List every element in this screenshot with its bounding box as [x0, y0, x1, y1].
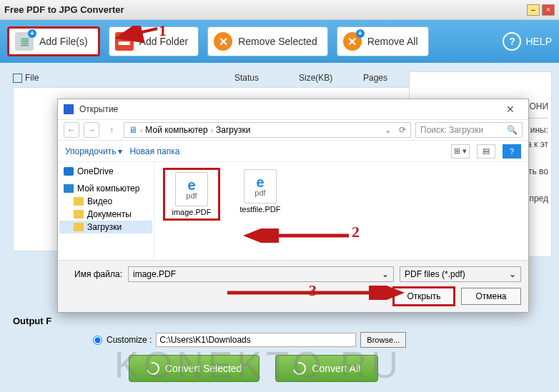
dialog-help-button[interactable]: ? — [503, 144, 521, 159]
search-input[interactable]: Поиск: Загрузки 🔍 — [415, 122, 523, 138]
dialog-footer: Имя файла: image.PDF⌄ PDF files (*.pdf)⌄… — [58, 260, 528, 312]
file-tile[interactable]: epdf testfile.PDF — [233, 169, 287, 213]
plus-badge-icon: + — [28, 29, 36, 38]
dialog-title: Открытие — [79, 104, 118, 114]
cancel-button[interactable]: Отмена — [461, 288, 521, 305]
view-details-button[interactable]: ▤ — [477, 144, 495, 159]
file-name: image.PDF — [166, 208, 217, 216]
close-button[interactable]: × — [542, 4, 555, 16]
file-icon: ≣+ — [15, 32, 34, 51]
dialog-close-button[interactable]: ✕ — [498, 102, 523, 116]
add-files-button[interactable]: ≣+ Add File(s) — [7, 26, 100, 56]
chevron-down-icon[interactable]: ⌄ — [385, 125, 392, 135]
chevron-down-icon[interactable]: ⌄ — [509, 269, 516, 279]
remove-selected-button[interactable]: ✕ Remove Selected — [207, 26, 328, 56]
select-all-checkbox[interactable] — [13, 74, 22, 83]
remove-all-button[interactable]: ✕+ Remove All — [337, 26, 429, 56]
pc-icon — [64, 184, 74, 193]
file-grid: epdf image.PDF epdf testfile.PDF — [154, 162, 528, 260]
organize-button[interactable]: Упорядочить ▾ — [65, 146, 122, 156]
folder-icon — [74, 197, 84, 206]
folder-icon — [74, 210, 84, 218]
help-button[interactable]: ? HELP — [503, 32, 552, 51]
breadcrumb-item[interactable]: Загрузки — [216, 125, 250, 135]
add-folder-label: Add Folder — [139, 36, 188, 47]
view-icons-button[interactable]: ⊞ ▾ — [451, 144, 470, 159]
watermark: KONEKTO.RU — [114, 343, 402, 386]
open-button[interactable]: Открыть — [394, 288, 454, 305]
search-icon: 🔍 — [507, 125, 518, 135]
dialog-toolbar: Упорядочить ▾ Новая папка ⊞ ▾ ▤ ? — [58, 141, 528, 162]
chevron-right-icon: › — [211, 126, 213, 134]
pdf-icon: epdf — [175, 172, 208, 206]
nav-up-button[interactable]: ↑ — [104, 122, 119, 138]
minimize-button[interactable]: – — [527, 4, 540, 16]
folder-icon — [74, 223, 84, 231]
cloud-icon — [64, 167, 74, 176]
add-files-label: Add File(s) — [39, 36, 88, 47]
dialog-nav: ← → ↑ 🖥 › Мой компьютер › Загрузки ⌄ ⟳ П… — [58, 119, 528, 141]
nav-forward-button[interactable]: → — [84, 122, 99, 138]
filetype-select[interactable]: PDF files (*.pdf)⌄ — [400, 266, 521, 282]
remove-selected-label: Remove Selected — [238, 36, 317, 47]
col-pages: Pages — [363, 73, 413, 83]
file-name: testfile.PDF — [233, 205, 287, 213]
tree-docs[interactable]: Документы — [59, 208, 152, 221]
breadcrumb[interactable]: 🖥 › Мой компьютер › Загрузки ⌄ ⟳ — [124, 122, 411, 138]
title-bar: Free PDF to JPG Converter – × — [0, 0, 559, 20]
tree-video[interactable]: Видео — [59, 195, 152, 208]
window-title: Free PDF to JPG Converter — [4, 4, 124, 15]
dialog-body: OneDrive Мой компьютер Видео Документы З… — [58, 162, 528, 260]
main-toolbar: ≣+ Add File(s) ▬+ Add Folder ✕ Remove Se… — [0, 20, 559, 63]
folder-icon: ▬+ — [115, 32, 134, 51]
chevron-down-icon: ▾ — [118, 146, 122, 156]
pdf-icon: epdf — [244, 169, 277, 203]
help-label: HELP — [525, 36, 552, 47]
window-buttons: – × — [527, 4, 555, 16]
tree-downloads[interactable]: Загрузки — [59, 221, 152, 233]
nav-back-button[interactable]: ← — [64, 122, 79, 138]
folder-tree: OneDrive Мой компьютер Видео Документы З… — [58, 162, 154, 260]
search-placeholder: Поиск: Загрузки — [420, 125, 483, 135]
output-label: Output F — [13, 316, 51, 326]
new-folder-button[interactable]: Новая папка — [129, 146, 179, 156]
remove-all-label: Remove All — [367, 36, 418, 47]
tree-mypc[interactable]: Мой компьютер — [59, 182, 152, 195]
chevron-down-icon[interactable]: ⌄ — [382, 269, 389, 279]
chevron-right-icon: › — [140, 126, 142, 134]
filename-label: Имя файла: — [65, 269, 122, 279]
plus-badge-icon: + — [128, 29, 137, 38]
pc-icon: 🖥 — [129, 125, 137, 135]
dialog-titlebar: Открытие ✕ — [58, 99, 528, 119]
tree-onedrive[interactable]: OneDrive — [59, 165, 152, 178]
filename-input[interactable]: image.PDF⌄ — [128, 266, 394, 282]
file-tile-selected[interactable]: epdf image.PDF — [164, 169, 219, 219]
col-size: Size(KB) — [299, 73, 363, 83]
breadcrumb-item[interactable]: Мой компьютер — [145, 125, 207, 135]
remove-icon: ✕+ — [343, 32, 362, 51]
col-status: Status — [234, 73, 299, 83]
plus-badge-icon: + — [356, 29, 365, 38]
help-icon: ? — [503, 32, 521, 51]
dialog-icon — [64, 104, 74, 114]
col-file: File — [25, 73, 39, 83]
add-folder-button[interactable]: ▬+ Add Folder — [109, 26, 199, 56]
remove-icon: ✕ — [214, 32, 232, 51]
customize-radio[interactable] — [93, 336, 102, 345]
refresh-icon[interactable]: ⟳ — [399, 125, 406, 135]
open-dialog: Открытие ✕ ← → ↑ 🖥 › Мой компьютер › Заг… — [57, 99, 529, 313]
